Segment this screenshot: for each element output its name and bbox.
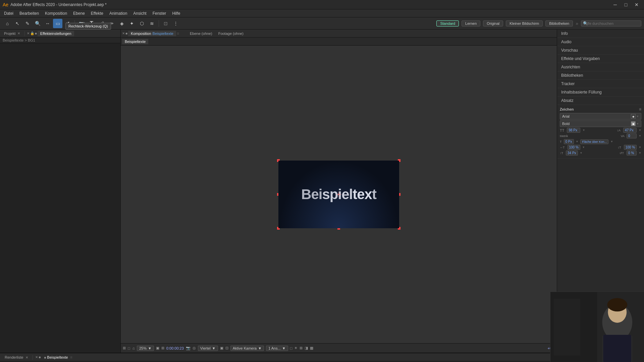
style-dropdown[interactable]: Bold ■ ▼ [560, 120, 641, 127]
color-box2[interactable]: ■ [631, 121, 636, 126]
panel-content [0, 43, 120, 353]
workspace-original[interactable]: Original [483, 20, 503, 26]
help-search-input[interactable] [581, 20, 641, 26]
separator-2 [159, 20, 159, 27]
font-dropdown[interactable]: Arial ■ ▼ [560, 113, 641, 120]
absatz-item[interactable]: Absatz [557, 97, 644, 105]
left-panel: Projekt ✕ │ ✕ 🔒 ■ Effekteinstellungen Be… [0, 29, 121, 353]
kerning-chevron: ▼ [639, 134, 641, 137]
panel-lock-icon: 🔒 [30, 32, 34, 35]
stroke-chevron: ▼ [576, 140, 579, 143]
font-name: Arial [562, 114, 570, 118]
tab-projekt[interactable]: Projekt ✕ [1, 31, 23, 36]
kerning-val[interactable]: 0 [627, 133, 637, 138]
inhaltsbasierte-item[interactable]: Inhaltsbasierte Füllung [557, 88, 644, 97]
zeichen-menu[interactable]: ≡ [639, 107, 641, 112]
workspace-bibliotheken[interactable]: Bibliotheken [545, 20, 573, 26]
tl-tab-renderliste[interactable]: Renderliste ✕ [3, 355, 30, 360]
zoom-dropdown[interactable]: 25% ▼ [137, 346, 154, 351]
close-button[interactable]: ✕ [632, 0, 641, 9]
angle-dropdown[interactable]: 1 Ans... ▼ [266, 346, 288, 351]
scalev-chevron: ▼ [639, 146, 641, 149]
tab-komposition[interactable]: Komposition Beispieltexte [128, 31, 176, 36]
select-tool[interactable]: ↖ [13, 19, 22, 28]
rectangle-tool[interactable]: ▭ [53, 19, 62, 28]
workspace-standard[interactable]: Standard [436, 20, 459, 26]
minimize-button[interactable]: ─ [610, 0, 620, 9]
camera-value: Aktive Kamera [233, 346, 257, 350]
tab-footage[interactable]: Footage (ohne) [216, 31, 246, 36]
svg-rect-9 [603, 335, 631, 362]
tab-projekt-label: Projekt [4, 32, 15, 36]
menu-datei[interactable]: Datei [1, 10, 16, 16]
menu-animation[interactable]: Animation [107, 10, 130, 16]
quality-dropdown[interactable]: Viertel ▼ [198, 346, 218, 351]
menu-ebene[interactable]: Ebene [70, 10, 88, 16]
maximize-button[interactable]: □ [621, 0, 631, 9]
pen-tool[interactable]: ✎ [23, 19, 32, 28]
extra-tool[interactable]: ≋ [147, 19, 157, 28]
comp-bottom-bar: ⊞ □ ♫ 25% ▼ ▣ ⊞ 0:00:00:23 📷 ◎ Viertel ▼… [121, 343, 557, 353]
tab-effekteinstellungen[interactable]: Effekteinstellungen [38, 31, 74, 36]
graph-tool[interactable]: ⋮ [171, 19, 180, 28]
bottom-area: Renderliste ✕ │ ✕ ■ ■ Beispieltexte ≡ 0:… [0, 353, 644, 362]
info-item[interactable]: Info [557, 29, 644, 38]
rotate-val[interactable]: 0 % [627, 150, 637, 156]
leading[interactable]: 47 Px [623, 128, 637, 133]
light-icon: ☀ [294, 346, 298, 350]
tracking-label: Metrik [560, 134, 568, 138]
snap-tool[interactable]: ⊡ [161, 19, 170, 28]
tracker-item[interactable]: Tracker [557, 80, 644, 88]
baseline-icon: ↑T [560, 152, 563, 155]
menu-bearbeiten[interactable]: Bearbeiten [17, 10, 42, 16]
ausrichten-item[interactable]: Ausrichten [557, 63, 644, 71]
menu-komposition[interactable]: Komposition [42, 10, 70, 16]
effekte-item[interactable]: Effekte und Vorgaben [557, 55, 644, 63]
font-size[interactable]: 98 Px [567, 128, 580, 133]
grid2-icon: ⊞ [300, 346, 303, 350]
camera-dropdown[interactable]: Aktive Kamera ▼ [230, 346, 264, 351]
center-panel: ✕ ■ Komposition Beispieltexte ≡ Ebene (o… [121, 29, 557, 353]
stroke-label[interactable]: Fläche über Kon... [580, 139, 608, 144]
beispieltexte-menu[interactable]: ≡ [70, 355, 72, 360]
webcam-panel [550, 292, 644, 362]
scale-h[interactable]: 100 % [568, 145, 580, 150]
leading-icon: ↕A [617, 129, 621, 132]
subtab-beispieltexte[interactable]: Beispieltexte [122, 39, 148, 44]
hand-tool[interactable]: ↔ [43, 19, 52, 28]
scale-v[interactable]: 100 % [624, 145, 637, 150]
puppet-tool[interactable]: ✦ [127, 19, 137, 28]
menu-hilfe[interactable]: Hilfe [169, 10, 183, 16]
eraser-tool[interactable]: ◈ [117, 19, 126, 28]
crosshair-icon [336, 192, 341, 197]
renderliste-close[interactable]: ✕ [25, 356, 28, 359]
color-box1[interactable]: ■ [631, 114, 636, 119]
zoom-chevron: ▼ [148, 346, 152, 350]
zoom-tool[interactable]: 🔍 [33, 19, 42, 28]
menu-effekte[interactable]: Effekte [88, 10, 106, 16]
quality-chevron: ▼ [212, 346, 216, 350]
tl-tab-beispieltexte[interactable]: ■ Beispieltexte ≡ [42, 354, 74, 360]
audio-icon: ♫ [132, 346, 135, 350]
vorschau-item[interactable]: Vorschau [557, 46, 644, 55]
shape-tool[interactable]: ⬡ [137, 19, 147, 28]
webcam-video [550, 292, 644, 362]
tab-ebene[interactable]: Ebene (ohne) [187, 31, 215, 36]
workspace-lernen[interactable]: Lernen [462, 20, 480, 26]
menu-fenster[interactable]: Fenster [150, 10, 169, 16]
canvas-frame: Beispieltext [278, 161, 399, 228]
stroke-width[interactable]: 0 Px [564, 139, 574, 144]
timeline-header: Renderliste ✕ │ ✕ ■ ■ Beispieltexte ≡ [0, 353, 644, 361]
baseline[interactable]: 34 Px [566, 150, 578, 156]
audio-item[interactable]: Audio [557, 38, 644, 46]
timecode-display[interactable]: 0:00:00:23 [166, 346, 184, 350]
menu-ansicht[interactable]: Ansicht [130, 10, 149, 16]
stroke-label-chevron: ▼ [610, 140, 613, 143]
home-tool[interactable]: ⌂ [3, 19, 12, 28]
zeichen-section: Zeichen ≡ Arial ■ ▼ Bold ■ [557, 105, 644, 159]
font-chevron: ▼ [636, 115, 639, 118]
bibliotheken-item[interactable]: Bibliotheken [557, 71, 644, 80]
tab-projekt-close[interactable]: ✕ [17, 32, 20, 35]
workspace-kleiner[interactable]: Kleiner Bildschirm [506, 20, 543, 26]
svg-point-8 [607, 298, 627, 311]
